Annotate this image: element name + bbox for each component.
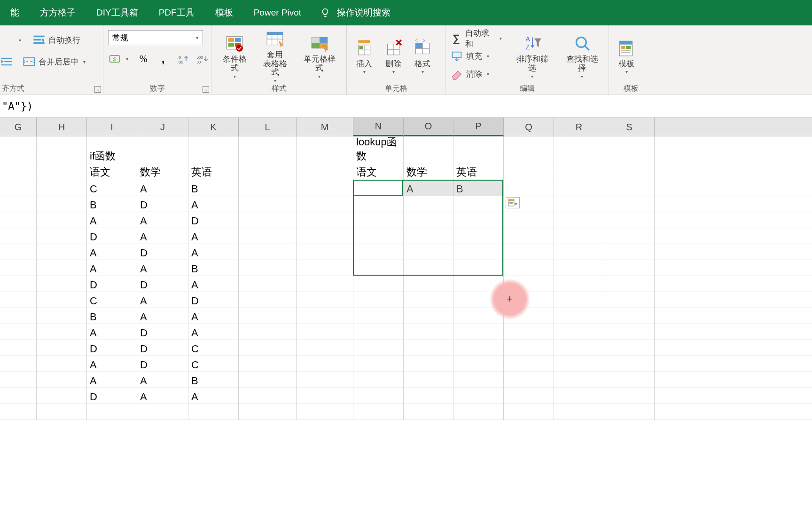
cell[interactable]: [504, 244, 554, 260]
cell[interactable]: A: [87, 356, 137, 372]
cell[interactable]: A: [137, 260, 188, 276]
cell[interactable]: [453, 388, 504, 404]
cell[interactable]: [453, 340, 504, 356]
cell[interactable]: [453, 212, 504, 228]
format-cells-button[interactable]: 格式 ▾: [410, 37, 435, 76]
cell[interactable]: A: [137, 388, 188, 404]
cell[interactable]: [554, 276, 604, 292]
cell[interactable]: [297, 228, 353, 244]
cell[interactable]: [37, 196, 87, 212]
tab-powerpivot[interactable]: Power Pivot: [243, 0, 312, 25]
cell[interactable]: [239, 292, 297, 308]
cell[interactable]: [353, 244, 404, 260]
cell[interactable]: [297, 136, 353, 148]
column-header-R[interactable]: R: [554, 118, 604, 136]
column-header-G[interactable]: G: [0, 118, 37, 136]
cell[interactable]: [554, 372, 604, 388]
cell[interactable]: B: [87, 196, 137, 212]
cell[interactable]: [453, 196, 504, 212]
cell[interactable]: [239, 340, 297, 356]
tab-ffgz[interactable]: 方方格子: [30, 0, 86, 25]
cell[interactable]: [297, 324, 353, 340]
cell[interactable]: [604, 164, 655, 180]
cell[interactable]: [0, 180, 37, 196]
cell[interactable]: [137, 404, 188, 420]
cell[interactable]: [554, 244, 604, 260]
cell[interactable]: [554, 308, 604, 324]
cell[interactable]: [604, 148, 655, 164]
cell[interactable]: [37, 136, 87, 148]
format-as-table-button[interactable]: 套用 表格格式 ▾: [257, 28, 293, 84]
cell[interactable]: [297, 244, 353, 260]
cell[interactable]: [404, 292, 453, 308]
cell[interactable]: [453, 244, 504, 260]
column-header-I[interactable]: I: [87, 118, 137, 136]
column-header-H[interactable]: H: [37, 118, 87, 136]
dropdown-arrow-icon[interactable]: ▾: [17, 38, 23, 43]
autosum-button[interactable]: ∑ 自动求和 ▾: [450, 31, 504, 47]
cell[interactable]: [604, 292, 655, 308]
cell[interactable]: [504, 212, 554, 228]
cell[interactable]: B: [188, 260, 239, 276]
column-header-J[interactable]: J: [137, 118, 188, 136]
cell[interactable]: [404, 340, 453, 356]
cell[interactable]: A: [188, 388, 239, 404]
cell[interactable]: [0, 196, 37, 212]
cell[interactable]: [554, 164, 604, 180]
cell[interactable]: [554, 136, 604, 148]
cell[interactable]: [137, 136, 188, 148]
cell[interactable]: [239, 372, 297, 388]
cell[interactable]: [353, 388, 404, 404]
cell[interactable]: [297, 356, 353, 372]
delete-cells-button[interactable]: 删除 ▾: [381, 37, 406, 76]
dialog-launcher-icon[interactable]: ↘: [203, 86, 209, 93]
cell[interactable]: [353, 308, 404, 324]
cell[interactable]: [37, 324, 87, 340]
cell[interactable]: [404, 388, 453, 404]
cell[interactable]: [239, 388, 297, 404]
cell[interactable]: [188, 404, 239, 420]
cell[interactable]: [353, 212, 404, 228]
cell[interactable]: [554, 148, 604, 164]
cell[interactable]: [239, 324, 297, 340]
cell[interactable]: A: [137, 212, 188, 228]
tell-me-search[interactable]: 操作说明搜索: [337, 7, 390, 19]
cell[interactable]: [0, 228, 37, 244]
conditional-formatting-button[interactable]: 条件格式 ▾: [216, 32, 253, 79]
cell[interactable]: D: [87, 276, 137, 292]
number-format-select[interactable]: 常规 ▾: [108, 30, 203, 45]
cell[interactable]: [353, 292, 404, 308]
cell[interactable]: [37, 356, 87, 372]
cell[interactable]: C: [87, 292, 137, 308]
cell[interactable]: A: [137, 292, 188, 308]
cell[interactable]: [0, 372, 37, 388]
cell[interactable]: B: [87, 308, 137, 324]
cell[interactable]: [604, 136, 655, 148]
cell[interactable]: [554, 260, 604, 276]
cell[interactable]: B: [188, 180, 239, 196]
templates-button[interactable]: 模板 ▾: [614, 37, 639, 76]
spreadsheet-grid[interactable]: GHIJKLMNOPQRS if函数lookup函数语文数学英语语文数学英语CA…: [0, 118, 812, 503]
cell[interactable]: [453, 356, 504, 372]
cell[interactable]: [404, 228, 453, 244]
cell[interactable]: [0, 404, 37, 420]
cell[interactable]: [0, 388, 37, 404]
column-header-M[interactable]: M: [297, 118, 353, 136]
cell[interactable]: [453, 148, 504, 164]
decrease-decimal-icon[interactable]: .0.00: [176, 53, 189, 64]
cell[interactable]: [0, 212, 37, 228]
cell[interactable]: [554, 356, 604, 372]
tab-pdf[interactable]: PDF工具: [148, 0, 205, 25]
cell[interactable]: [0, 260, 37, 276]
cell[interactable]: A: [87, 372, 137, 388]
cell[interactable]: [554, 228, 604, 244]
cell[interactable]: [297, 148, 353, 164]
cell[interactable]: [404, 372, 453, 388]
cell[interactable]: [353, 340, 404, 356]
cell[interactable]: A: [87, 244, 137, 260]
cell[interactable]: C: [87, 180, 137, 196]
percent-icon[interactable]: %: [137, 53, 150, 64]
cell[interactable]: D: [137, 356, 188, 372]
column-header-N[interactable]: N: [353, 118, 404, 136]
cell[interactable]: [297, 340, 353, 356]
